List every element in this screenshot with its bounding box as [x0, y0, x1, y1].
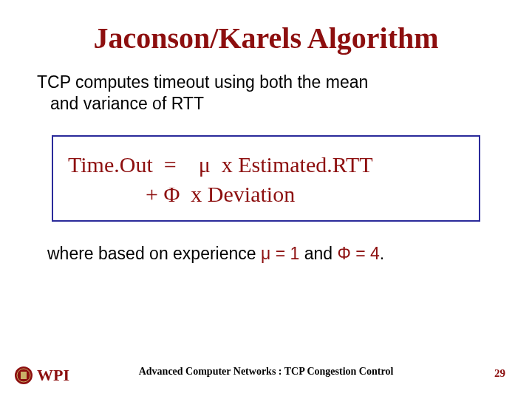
closing-text: where based on experience μ = 1 and Φ = …: [31, 244, 501, 264]
svg-rect-2: [21, 372, 27, 379]
page-number: 29: [494, 367, 505, 380]
closing-prefix: where based on experience: [47, 244, 261, 263]
formula-line-1: Time.Out = μ x Estimated.RTT: [68, 150, 464, 180]
closing-mu: μ = 1: [261, 244, 299, 263]
wpi-seal-icon: [13, 365, 34, 386]
slide-footer: WPI Advanced Computer Networks : TCP Con…: [0, 359, 532, 384]
wpi-wordmark-icon: WPI: [37, 366, 83, 385]
wpi-logo: WPI: [13, 365, 83, 386]
formula-box: Time.Out = μ x Estimated.RTT + Φ x Devia…: [52, 135, 480, 222]
slide-title: Jaconson/Karels Algorithm: [31, 21, 501, 55]
slide: Jaconson/Karels Algorithm TCP computes t…: [0, 0, 532, 399]
closing-mid: and: [299, 244, 337, 263]
svg-text:WPI: WPI: [37, 366, 69, 384]
closing-phi: Φ = 4: [337, 244, 379, 263]
slide-subtitle: TCP computes timeout using both the mean…: [31, 72, 501, 115]
subtitle-line-1: TCP computes timeout using both the mean: [37, 72, 368, 92]
closing-suffix: .: [380, 244, 384, 263]
subtitle-line-2: and variance of RTT: [37, 93, 204, 115]
formula-line-2: + Φ x Deviation: [68, 180, 464, 210]
